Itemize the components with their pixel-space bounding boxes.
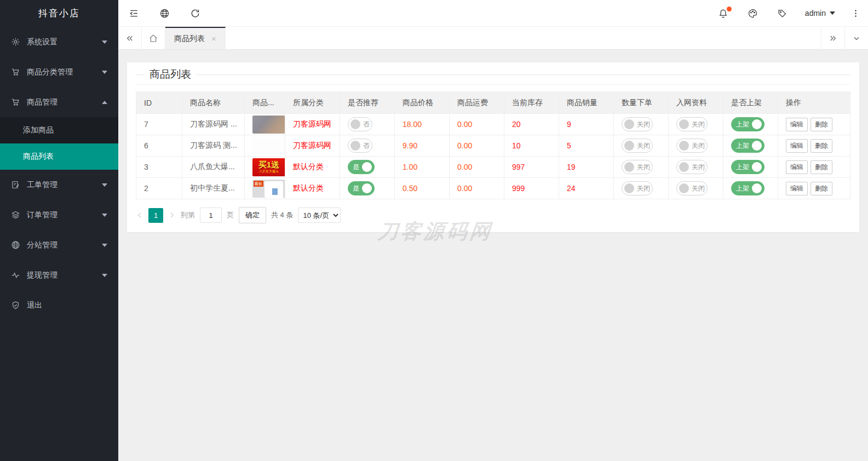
sidebar-item-label: 工单管理 bbox=[27, 180, 102, 190]
delete-button[interactable]: 删除 bbox=[810, 118, 832, 131]
net-info-toggle[interactable]: 关闭 bbox=[676, 181, 708, 195]
product-image[interactable]: 买1送八爪鱼大爆头 bbox=[252, 158, 285, 176]
page-size-select[interactable]: 10 条/页 bbox=[298, 208, 341, 223]
quantity-order-toggle[interactable]: 关闭 bbox=[622, 139, 653, 153]
confirm-page-button[interactable]: 确定 bbox=[239, 207, 266, 223]
edit-button[interactable]: 编辑 bbox=[786, 118, 808, 131]
cell-actions: 编辑删除 bbox=[778, 178, 850, 199]
product-image[interactable] bbox=[252, 116, 285, 134]
cell-image: 买1送八爪鱼大爆头 bbox=[245, 157, 285, 178]
net-info-toggle[interactable]: 关闭 bbox=[676, 139, 708, 153]
page-title: 商品列表 bbox=[144, 67, 197, 82]
tab-close-icon[interactable]: × bbox=[211, 34, 216, 43]
quantity-order-toggle[interactable]: 关闭 bbox=[622, 117, 653, 131]
tabs-menu-chevron-down-icon[interactable] bbox=[844, 27, 868, 49]
more-options-kebab-icon[interactable] bbox=[843, 0, 868, 26]
tab-product-list[interactable]: 商品列表 × bbox=[165, 27, 226, 49]
toggle-knob bbox=[679, 141, 689, 151]
column-header-3: 所属分类 bbox=[285, 92, 340, 114]
cell-actions: 编辑删除 bbox=[778, 135, 850, 157]
sidebar-item-3[interactable]: 工单管理 bbox=[0, 170, 118, 200]
recommend-toggle[interactable]: 否 bbox=[348, 117, 372, 131]
on-sale-toggle[interactable]: 上架 bbox=[731, 117, 764, 131]
sidebar-item-0[interactable]: 系统设置 bbox=[0, 27, 118, 57]
user-menu[interactable]: admin bbox=[797, 0, 843, 26]
cell-image bbox=[245, 135, 285, 157]
sidebar-item-7[interactable]: 退出 bbox=[0, 290, 118, 320]
theme-palette-icon[interactable] bbox=[738, 0, 768, 26]
sidebar-item-5[interactable]: 分站管理 bbox=[0, 230, 118, 260]
sidebar-item-1[interactable]: 商品分类管理 bbox=[0, 57, 118, 87]
cell-net-info: 关闭 bbox=[669, 114, 723, 135]
refresh-icon[interactable] bbox=[180, 0, 210, 26]
table-row: 7刀客源码网 ...刀客源码网否18.000.00209关闭关闭上架编辑删除 bbox=[136, 114, 850, 135]
app-window: 抖音小店 系统设置商品分类管理商品管理添加商品商品列表工单管理订单管理分站管理提… bbox=[0, 0, 868, 461]
sidebar-item-6[interactable]: 提现管理 bbox=[0, 260, 118, 290]
edit-button[interactable]: 编辑 bbox=[786, 160, 808, 174]
cell-net-info: 关闭 bbox=[669, 135, 723, 157]
toggle-knob bbox=[752, 162, 762, 172]
home-tab-icon[interactable] bbox=[142, 27, 165, 49]
page-number-button[interactable]: 1 bbox=[148, 208, 163, 223]
column-header-1: 商品名称 bbox=[182, 92, 245, 114]
on-sale-toggle[interactable]: 上架 bbox=[731, 181, 764, 195]
chevron-down-icon bbox=[102, 41, 107, 44]
recommend-toggle[interactable]: 否 bbox=[348, 139, 372, 153]
delete-button[interactable]: 删除 bbox=[810, 160, 832, 174]
cell-stock: 999 bbox=[504, 178, 559, 199]
recommend-toggle[interactable]: 是 bbox=[348, 181, 375, 195]
tag-icon[interactable] bbox=[768, 0, 797, 26]
cell-sales: 5 bbox=[559, 135, 614, 157]
edit-button[interactable]: 编辑 bbox=[786, 139, 808, 153]
cell-image bbox=[245, 114, 285, 135]
sidebar-item-label: 分站管理 bbox=[27, 240, 102, 250]
toggle-knob bbox=[624, 183, 634, 193]
net-info-toggle[interactable]: 关闭 bbox=[676, 117, 708, 131]
cell-category: 刀客源码网 bbox=[285, 135, 340, 157]
on-sale-toggle[interactable]: 上架 bbox=[731, 160, 764, 174]
recommend-toggle[interactable]: 是 bbox=[348, 160, 375, 174]
toggle-label: 关闭 bbox=[692, 120, 705, 129]
cell-name: 刀客源码网 ... bbox=[182, 114, 245, 135]
notification-bell-icon[interactable] bbox=[709, 0, 738, 26]
card-header: 商品列表 bbox=[136, 62, 850, 85]
toggle-label: 是 bbox=[353, 163, 359, 172]
toggle-knob bbox=[362, 162, 372, 172]
product-image[interactable] bbox=[252, 137, 285, 155]
tabbar-spacer bbox=[226, 27, 821, 49]
product-image[interactable]: 极袄 bbox=[252, 180, 285, 198]
tabs-scroll-left-icon[interactable] bbox=[118, 27, 142, 49]
cell-stock: 997 bbox=[504, 157, 559, 178]
cell-category: 刀客源码网 bbox=[285, 114, 340, 135]
sidebar-item-label: 系统设置 bbox=[27, 37, 102, 47]
goto-page-input[interactable] bbox=[200, 208, 222, 223]
sidebar: 抖音小店 系统设置商品分类管理商品管理添加商品商品列表工单管理订单管理分站管理提… bbox=[0, 0, 118, 461]
edit-button[interactable]: 编辑 bbox=[786, 182, 808, 195]
cell-price: 9.90 bbox=[395, 135, 450, 157]
on-sale-toggle[interactable]: 上架 bbox=[731, 139, 764, 153]
sidebar-subitem-2-1[interactable]: 商品列表 bbox=[0, 143, 118, 170]
quantity-order-toggle[interactable]: 关闭 bbox=[622, 181, 653, 195]
tabs-scroll-right-icon[interactable] bbox=[821, 27, 844, 49]
cell-category: 默认分类 bbox=[285, 178, 340, 199]
delete-button[interactable]: 删除 bbox=[810, 139, 832, 153]
cell-recommend: 否 bbox=[340, 114, 395, 135]
toggle-knob bbox=[350, 119, 360, 129]
sidebar-item-4[interactable]: 订单管理 bbox=[0, 200, 118, 230]
delete-button[interactable]: 删除 bbox=[810, 182, 832, 195]
brand-label: 极袄 bbox=[254, 181, 263, 187]
cell-recommend: 是 bbox=[340, 157, 395, 178]
net-info-toggle[interactable]: 关闭 bbox=[676, 160, 708, 174]
quantity-order-toggle[interactable]: 关闭 bbox=[622, 160, 653, 174]
cell-stock: 10 bbox=[504, 135, 559, 157]
sidebar-subitem-2-0[interactable]: 添加商品 bbox=[0, 117, 118, 143]
promo-image-subtext: 八爪鱼大爆头 bbox=[259, 169, 279, 174]
gear-icon bbox=[11, 37, 20, 47]
globe-icon[interactable] bbox=[149, 0, 180, 26]
sidebar-item-2[interactable]: 商品管理 bbox=[0, 87, 118, 117]
prev-page-chevron-left-icon[interactable] bbox=[136, 211, 143, 219]
next-page-chevron-right-icon[interactable] bbox=[168, 211, 176, 219]
goto-suffix-label: 页 bbox=[227, 210, 234, 220]
collapse-sidebar-icon[interactable] bbox=[118, 0, 149, 26]
topbar: admin bbox=[118, 0, 868, 27]
